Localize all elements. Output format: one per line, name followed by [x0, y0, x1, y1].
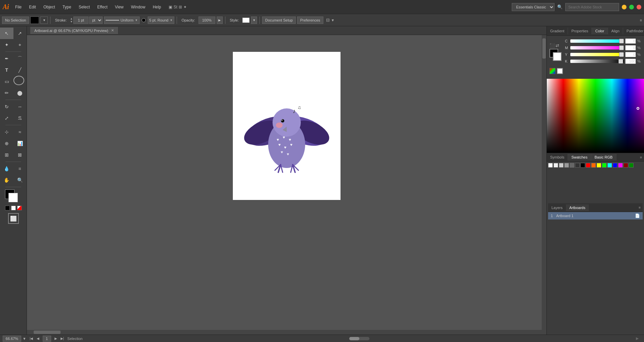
- prev-page-btn[interactable]: ◀: [37, 337, 39, 340]
- window-maximize-button[interactable]: [629, 5, 634, 9]
- width-tool[interactable]: ⊹: [0, 126, 13, 138]
- type-tool[interactable]: T: [0, 64, 13, 76]
- adobe-stock-search[interactable]: [565, 3, 619, 11]
- selection-tool[interactable]: ↖: [0, 28, 13, 39]
- opacity-expand-btn[interactable]: ▶: [217, 16, 223, 24]
- tab-basic-rgb[interactable]: Basic RGB: [591, 154, 616, 161]
- swatch-blue[interactable]: [613, 163, 617, 168]
- stroke-down-btn[interactable]: ▼: [70, 20, 73, 23]
- swatch-cyan[interactable]: [607, 163, 612, 168]
- swap-colors-btn[interactable]: ⇄: [556, 43, 559, 48]
- stroke-style-btn[interactable]: 5 pt. Round ▼: [148, 16, 175, 24]
- y-slider-thumb[interactable]: [619, 52, 624, 57]
- color-spectrum-mini[interactable]: [549, 68, 556, 74]
- rect-tool[interactable]: ▭: [0, 76, 13, 87]
- line-tool[interactable]: ╱: [13, 64, 27, 76]
- align-icon[interactable]: ⊟: [326, 18, 330, 23]
- k-value-input[interactable]: [625, 59, 636, 64]
- tab-properties[interactable]: Properties: [568, 28, 592, 34]
- canvas-close-btn[interactable]: ✕: [111, 28, 114, 33]
- zoom-input[interactable]: [3, 336, 21, 342]
- swatches-panel-collapse-btn[interactable]: ≡: [638, 155, 644, 160]
- next-page-btn[interactable]: ▶: [55, 337, 57, 340]
- swatch-darkgreen[interactable]: [629, 163, 634, 168]
- progress-thumb[interactable]: [349, 337, 359, 340]
- curvature-tool[interactable]: ⌒: [13, 53, 27, 64]
- tab-gradient[interactable]: Gradient: [547, 28, 568, 34]
- lasso-tool[interactable]: ⌖: [13, 39, 27, 50]
- menu-view[interactable]: View: [112, 4, 126, 10]
- canvas-scroll[interactable]: ♥ ♥ ♥ ♥ ♥ ♥ ♥ ♥: [27, 35, 546, 335]
- color-mode-btn[interactable]: [5, 206, 10, 210]
- gradient-mode-btn[interactable]: [17, 206, 22, 210]
- window-minimize-button[interactable]: [622, 5, 627, 9]
- workspace-select[interactable]: Essentials Classic: [512, 3, 554, 11]
- swatch-darkred[interactable]: [623, 163, 628, 168]
- tab-pathfinder[interactable]: Pathfinder: [623, 28, 644, 34]
- slice-tool[interactable]: ⊠: [13, 149, 27, 161]
- menu-file[interactable]: File: [12, 4, 24, 10]
- stroke-style-selector[interactable]: Uniform ▼: [104, 16, 139, 24]
- tab-artboards[interactable]: Artboards: [566, 204, 589, 211]
- warp-tool[interactable]: ≈: [13, 126, 27, 138]
- bg-swatch[interactable]: [553, 52, 562, 61]
- k-slider-thumb[interactable]: [618, 59, 623, 64]
- panel-right-options[interactable]: ≡: [640, 18, 642, 22]
- zoom-tool[interactable]: 🔍: [13, 174, 27, 186]
- stroke-units-select[interactable]: pt: [89, 16, 103, 24]
- spectrum-canvas[interactable]: [547, 79, 644, 153]
- window-close-button[interactable]: [637, 5, 641, 9]
- tab-color[interactable]: Color: [592, 28, 608, 34]
- brush-tool[interactable]: ✏: [0, 87, 13, 99]
- tab-swatches[interactable]: Swatches: [568, 154, 591, 161]
- m-value-input[interactable]: [625, 45, 636, 50]
- k-slider-track[interactable]: [570, 60, 624, 63]
- swatch-orange[interactable]: [591, 163, 596, 168]
- none-mode-btn[interactable]: [11, 206, 16, 210]
- hand-tool[interactable]: ✋: [0, 174, 13, 186]
- stroke-up-btn[interactable]: ▲: [70, 17, 73, 20]
- menu-type[interactable]: Type: [60, 4, 74, 10]
- swatch-black[interactable]: [580, 163, 585, 168]
- graph-tool[interactable]: 📊: [13, 138, 27, 149]
- tab-symbols[interactable]: Symbols: [547, 154, 568, 161]
- artboard-row-1[interactable]: 1 Artboard 1 📄: [548, 212, 643, 219]
- ellipse-tool[interactable]: [13, 76, 24, 85]
- to-color-mode-btn[interactable]: ⬛: [549, 43, 555, 48]
- artboard-tool[interactable]: ⊞: [0, 149, 13, 161]
- rotate-tool[interactable]: ↻: [0, 101, 13, 112]
- pen-tool[interactable]: ✒: [0, 53, 13, 64]
- preferences-button[interactable]: Preferences: [297, 16, 323, 24]
- swatch-darkgray[interactable]: [570, 163, 574, 168]
- direct-select-tool[interactable]: ↗: [13, 28, 27, 39]
- artboard[interactable]: ♥ ♥ ♥ ♥ ♥ ♥ ♥ ♥: [233, 52, 341, 200]
- menu-help[interactable]: Help: [150, 4, 164, 10]
- menu-window[interactable]: Window: [128, 4, 148, 10]
- c-value-input[interactable]: [625, 38, 636, 44]
- c-slider-track[interactable]: [570, 39, 624, 43]
- swatch-medgray[interactable]: [564, 163, 569, 168]
- scale-tool[interactable]: ⤢: [0, 112, 13, 124]
- symbol-sprayer-tool[interactable]: ⊕: [0, 138, 13, 149]
- c-slider-thumb[interactable]: [619, 39, 624, 43]
- style-box[interactable]: [242, 18, 250, 23]
- swatch-lightgray[interactable]: [553, 163, 558, 168]
- zoom-dropdown-btn[interactable]: ▼: [23, 337, 26, 341]
- tab-align[interactable]: Align: [608, 28, 623, 34]
- swatch-gray[interactable]: [559, 163, 564, 168]
- canvas-tab-item[interactable]: Artboard.ai @ 66.67% (CMYK/GPU Preview) …: [30, 27, 118, 34]
- vertical-scroll-thumb[interactable]: [542, 38, 546, 59]
- shear-tool[interactable]: ⥹: [13, 112, 27, 124]
- paper-swatch[interactable]: [557, 68, 563, 74]
- swatch-white[interactable]: [548, 163, 553, 168]
- menu-object[interactable]: Object: [41, 4, 58, 10]
- stroke-options-btn[interactable]: ▼: [40, 16, 48, 24]
- panel-options-icon[interactable]: ▼: [331, 18, 335, 22]
- swatch-magenta[interactable]: [618, 163, 623, 168]
- magic-wand-tool[interactable]: ✦: [0, 39, 13, 50]
- document-setup-button[interactable]: Document Setup: [262, 16, 296, 24]
- eyedropper-tool[interactable]: 💧: [0, 163, 13, 174]
- artboard-page-icon[interactable]: 📄: [635, 213, 640, 218]
- menu-edit[interactable]: Edit: [26, 4, 39, 10]
- m-slider-track[interactable]: [570, 46, 624, 49]
